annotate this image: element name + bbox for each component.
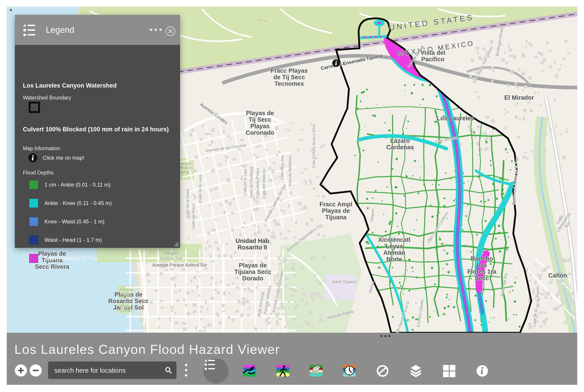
map-information-label: Map Information <box>23 146 60 152</box>
flood-depth-row: 1 cm - Ankle (0.01 - 0.11 m) <box>29 176 173 194</box>
zoom-in-button[interactable] <box>15 364 27 376</box>
flood-depth-label: Ankle - Knee (0.11 - 0.45 m) <box>44 200 112 206</box>
kebab-menu-icon[interactable] <box>184 363 188 378</box>
toolbar-tools <box>204 358 499 384</box>
flood-depths-list: 1 cm - Ankle (0.01 - 0.11 m)Ankle - Knee… <box>29 176 173 268</box>
swimmer-icon <box>242 364 257 378</box>
legend-list-icon <box>22 23 36 37</box>
close-icon[interactable] <box>165 26 176 36</box>
attribution-toggle[interactable]: ••• <box>373 332 400 340</box>
tool-time-button[interactable] <box>342 364 356 378</box>
tool-basemap-gallery-button[interactable] <box>442 364 456 378</box>
ban-icon <box>376 364 390 378</box>
more-options-icon[interactable] <box>149 28 163 32</box>
map-information-hint: Click me on map! <box>43 155 84 161</box>
flood-depth-row: Waist - Head (1 - 1.7 m) <box>29 231 173 249</box>
tool-swim-hazard-button[interactable] <box>242 364 257 378</box>
flood-depth-row: Above Head (> 1.7 m) <box>29 249 173 268</box>
flood-depth-swatch <box>29 217 38 226</box>
tool-layers-button[interactable] <box>409 364 423 378</box>
flood-depth-label: Knee - Waist (0.45 - 1 m) <box>44 218 104 225</box>
flood-depth-label: Above Head (> 1.7 m) <box>44 255 97 262</box>
search-box <box>48 362 176 379</box>
map-information-row: Click me on map! <box>28 153 84 163</box>
watershed-boundary-label: Watershed Boundary <box>23 95 71 101</box>
flood-depth-swatch <box>29 180 38 189</box>
flood-depth-swatch <box>29 254 38 263</box>
bottom-toolbar: ••• Los Laureles Canyon Flood Hazard Vie… <box>7 333 577 385</box>
tool-about-button[interactable] <box>475 364 490 378</box>
flood-depth-label: 1 cm - Ankle (0.01 - 0.11 m) <box>44 182 110 188</box>
runner-icon <box>276 364 290 378</box>
flood-depth-swatch <box>29 236 38 244</box>
legend-panel-header[interactable]: Legend <box>15 15 180 45</box>
flood-depths-label: Flood Depths <box>23 170 54 176</box>
tool-legend-button[interactable] <box>204 358 228 384</box>
legend-list-icon <box>204 358 228 384</box>
legend-title: Legend <box>46 25 74 35</box>
page-title: Los Laureles Canyon Flood Hazard Viewer <box>14 342 280 357</box>
flood-depth-row: Knee - Waist (0.45 - 1 m) <box>29 212 173 231</box>
info-icon <box>28 153 38 163</box>
clock-icon <box>342 364 356 378</box>
flood-depth-swatch <box>29 199 38 208</box>
flood-depth-label: Waist - Head (1 - 1.7 m) <box>44 237 102 243</box>
tool-environment-button[interactable] <box>309 364 323 378</box>
tool-pedestrian-hazard-button[interactable] <box>276 364 290 378</box>
legend-body: Los Laureles Canyon Watershed Watershed … <box>15 45 180 248</box>
layers-icon <box>409 364 423 378</box>
grid-icon <box>442 364 456 378</box>
zoom-out-button[interactable] <box>30 364 42 376</box>
map-info-marker[interactable] <box>332 59 340 67</box>
flood-depth-row: Ankle - Knee (0.11 - 0.45 m) <box>29 194 173 212</box>
leaf-icon <box>309 364 323 378</box>
info-icon <box>475 364 490 378</box>
resize-handle-icon[interactable] <box>173 241 179 246</box>
culvert-layer-title: Culvert 100% Blocked (100 mm of rain in … <box>23 126 171 133</box>
legend-panel: Legend Los Laureles Canyon Watershed Wat… <box>15 15 180 248</box>
search-icon[interactable] <box>164 365 173 375</box>
watershed-boundary-swatch <box>29 102 40 113</box>
watershed-layer-title: Los Laureles Canyon Watershed <box>23 82 171 90</box>
search-input[interactable] <box>54 362 158 380</box>
tool-clear-button[interactable] <box>376 364 390 378</box>
app-window: UNITED STATESMEXICO MEXICOCarretera-Ense… <box>0 0 584 392</box>
